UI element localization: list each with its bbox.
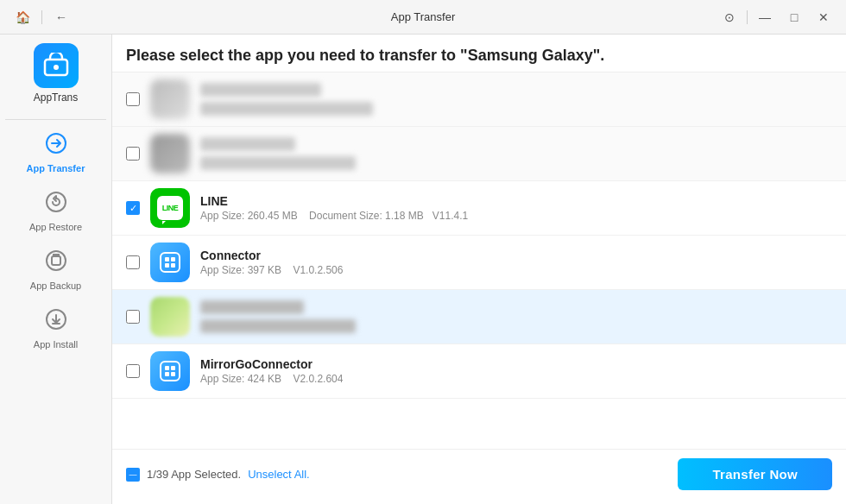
app-transfer-icon: [45, 132, 67, 160]
title-bar-left: 🏠 ←: [10, 5, 73, 29]
blurred-name-1: [200, 83, 321, 97]
selection-count: 1/39 App Selected.: [147, 468, 241, 481]
app-checkbox-connector[interactable]: [126, 255, 140, 269]
list-item-connector: Connector App Size: 397 KB V1.0.2.506: [112, 236, 846, 290]
line-icon-inner: LINE: [157, 196, 183, 220]
selection-info: 1/39 App Selected. Unselect All.: [126, 468, 310, 482]
logo-label: AppTrans: [34, 91, 79, 104]
sidebar-item-label-install: App Install: [34, 339, 78, 350]
sidebar-item-app-restore[interactable]: App Restore: [0, 182, 111, 241]
line-app-icon: LINE: [150, 188, 190, 228]
app-icon-blurred-green: [150, 297, 190, 337]
window-title: App Transfer: [391, 10, 455, 23]
sidebar: AppTrans App Transfer App Restore: [0, 35, 112, 504]
svg-point-1: [54, 65, 59, 70]
list-item: [112, 127, 846, 181]
circle-button[interactable]: ⊙: [717, 5, 742, 29]
list-item-mirrorgo: MirrorGoConnector App Size: 424 KB V2.0.…: [112, 344, 846, 399]
close-button[interactable]: ✕: [811, 5, 836, 29]
app-icon-blurred-1: [150, 79, 190, 119]
svg-rect-9: [171, 257, 175, 261]
blurred-meta-2: [200, 156, 356, 170]
sidebar-item-label-restore: App Restore: [29, 222, 82, 232]
app-name-line: LINE: [200, 194, 832, 208]
main-layout: AppTrans App Transfer App Restore: [0, 35, 846, 504]
svg-rect-7: [161, 253, 180, 272]
app-meta-mirrorgo: App Size: 424 KB V2.0.2.604: [200, 373, 832, 385]
back-button[interactable]: ←: [49, 5, 73, 29]
page-title: Please select the app you need to transf…: [126, 47, 832, 65]
svg-rect-11: [171, 263, 175, 268]
app-checkbox-blurred-1[interactable]: [126, 92, 140, 106]
sidebar-item-app-backup[interactable]: App Backup: [0, 241, 111, 299]
svg-rect-15: [165, 372, 169, 376]
line-text: LINE: [162, 204, 179, 212]
list-item-blurred-green: [112, 290, 846, 344]
app-info-blurred-green: [200, 300, 832, 333]
sidebar-divider-1: [5, 119, 105, 120]
app-info-blurred-1: [200, 83, 832, 116]
blurred-name-2: [200, 137, 295, 151]
svg-rect-10: [165, 263, 169, 268]
app-checkbox-blurred-2[interactable]: [126, 147, 140, 161]
svg-rect-13: [165, 366, 169, 370]
sidebar-item-label-backup: App Backup: [30, 280, 81, 291]
content-footer: 1/39 App Selected. Unselect All. Transfe…: [112, 449, 846, 504]
svg-rect-8: [165, 257, 169, 261]
sidebar-item-app-install[interactable]: App Install: [0, 299, 111, 358]
svg-rect-16: [171, 372, 175, 376]
maximize-button[interactable]: □: [782, 5, 806, 29]
mirrorgo-app-icon: [150, 351, 190, 391]
app-info-line: LINE App Size: 260.45 MB Document Size: …: [200, 194, 832, 222]
blurred-meta-green: [200, 319, 356, 333]
app-meta-connector: App Size: 397 KB V1.0.2.506: [200, 264, 832, 276]
blurred-name-green: [200, 300, 304, 314]
separator: [41, 10, 42, 24]
list-item-line: LINE LINE App Size: 260.45 MB Document S…: [112, 181, 846, 236]
svg-rect-12: [161, 362, 180, 381]
content-header: Please select the app you need to transf…: [112, 35, 846, 72]
app-checkbox-blurred-green[interactable]: [126, 310, 140, 324]
app-backup-icon: [45, 249, 67, 277]
app-list: LINE LINE App Size: 260.45 MB Document S…: [112, 72, 846, 449]
app-checkbox-mirrorgo[interactable]: [126, 364, 140, 378]
svg-rect-5: [52, 256, 60, 265]
title-bar: 🏠 ← App Transfer ⊙ — □ ✕: [0, 0, 846, 35]
sidebar-item-app-transfer[interactable]: App Transfer: [0, 123, 111, 182]
app-info-blurred-2: [200, 137, 832, 170]
app-meta-line: App Size: 260.45 MB Document Size: 1.18 …: [200, 210, 832, 222]
select-all-checkbox[interactable]: [126, 468, 140, 482]
sidebar-logo: AppTrans: [34, 43, 79, 104]
title-bar-controls: ⊙ — □ ✕: [717, 5, 836, 29]
unselect-all-link[interactable]: Unselect All.: [248, 468, 310, 481]
app-restore-icon: [45, 191, 67, 218]
svg-rect-14: [171, 366, 175, 370]
app-info-mirrorgo: MirrorGoConnector App Size: 424 KB V2.0.…: [200, 357, 832, 385]
app-checkbox-line[interactable]: [126, 201, 140, 215]
app-install-icon: [45, 308, 67, 336]
connector-app-icon: [150, 243, 190, 282]
content-area: Please select the app you need to transf…: [112, 35, 846, 504]
transfer-now-button[interactable]: Transfer Now: [678, 458, 832, 490]
home-button[interactable]: 🏠: [10, 5, 35, 29]
separator-2: [747, 10, 748, 24]
app-icon-blurred-2: [150, 134, 190, 173]
app-info-connector: Connector App Size: 397 KB V1.0.2.506: [200, 249, 832, 276]
app-name-connector: Connector: [200, 249, 832, 262]
minimize-button[interactable]: —: [753, 5, 777, 29]
sidebar-item-label-transfer: App Transfer: [27, 163, 85, 173]
list-item: [112, 72, 846, 127]
app-name-mirrorgo: MirrorGoConnector: [200, 357, 832, 371]
app-logo-icon: [34, 43, 79, 88]
blurred-meta-1: [200, 102, 373, 116]
